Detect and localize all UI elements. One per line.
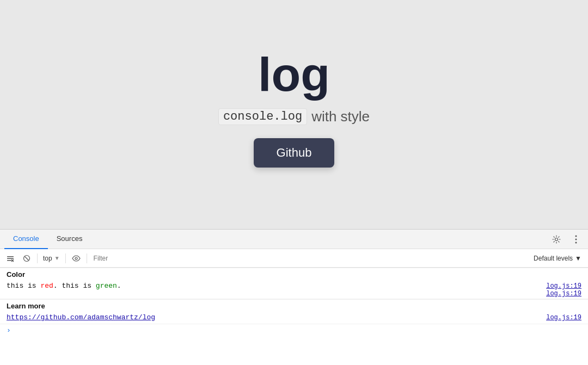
console-toolbar: top ▼ Default levels ▼ [0, 249, 588, 268]
log-text-2: . this is [53, 282, 96, 290]
clear-icon [7, 255, 14, 262]
subtitle-code: console.log [218, 108, 307, 125]
stop-icon [23, 255, 30, 262]
source-link-3[interactable]: log.js:19 [546, 314, 581, 321]
subtitle: console.log with style [218, 108, 370, 125]
svg-point-10 [75, 257, 77, 259]
eye-button[interactable] [69, 251, 83, 265]
console-sources: log.js:19 log.js:19 [542, 282, 581, 298]
more-options-button[interactable] [568, 232, 584, 247]
console-chevron-icon: › [7, 326, 11, 335]
console-log-text: this is red. this is green. [7, 282, 542, 290]
default-levels-arrow-icon: ▼ [575, 255, 581, 262]
console-link-content: https://github.com/adamschwartz/log [7, 313, 542, 321]
subtitle-text: with style [311, 108, 370, 125]
source-link-2[interactable]: log.js:19 [546, 290, 581, 298]
tab-sources[interactable]: Sources [48, 230, 91, 249]
settings-icon-button[interactable] [549, 232, 564, 247]
devtools-tabs: Console Sources [0, 230, 588, 249]
clear-console-button[interactable] [3, 251, 17, 265]
section-learn-more: Learn more [0, 299, 588, 312]
github-link[interactable]: https://github.com/adamschwartz/log [7, 313, 155, 321]
filter-input[interactable] [90, 253, 528, 263]
default-levels-label: Default levels [534, 255, 573, 262]
github-button[interactable]: Github [254, 138, 335, 168]
context-selector[interactable]: top ▼ [41, 253, 62, 263]
console-output: Color this is red. this is green. log.js… [0, 268, 588, 365]
eye-icon [72, 255, 81, 262]
context-arrow-icon: ▼ [54, 255, 60, 261]
source-link-1[interactable]: log.js:19 [546, 282, 581, 290]
svg-rect-3 [7, 256, 14, 257]
toolbar-divider [37, 253, 38, 263]
default-levels-button[interactable]: Default levels ▼ [530, 253, 585, 263]
table-row: this is red. this is green. log.js:19 lo… [0, 281, 588, 299]
svg-rect-4 [7, 258, 14, 259]
svg-line-9 [25, 256, 29, 260]
log-text-green: green [96, 282, 117, 290]
toolbar-divider-2 [65, 253, 66, 263]
tab-console[interactable]: Console [4, 230, 48, 249]
svg-rect-5 [7, 260, 11, 261]
gear-icon [552, 235, 561, 244]
stop-exceptions-button[interactable] [20, 251, 34, 265]
devtools-panel: Console Sources [0, 229, 588, 365]
devtools-icons-right [549, 232, 584, 247]
console-prompt-row: › [0, 324, 588, 337]
log-text-red: red [40, 282, 53, 290]
context-label: top [43, 255, 52, 262]
log-text-1: this is [7, 282, 40, 290]
log-text-3: . [117, 282, 121, 290]
page-title: log [258, 51, 330, 98]
more-options-icon [575, 235, 577, 244]
toolbar-divider-3 [87, 253, 87, 263]
table-row: https://github.com/adamschwartz/log log.… [0, 312, 588, 324]
section-color: Color [0, 268, 588, 281]
svg-point-0 [575, 235, 577, 237]
svg-point-1 [575, 238, 577, 240]
svg-point-2 [575, 242, 577, 243]
main-content: log console.log with style Github [0, 0, 588, 229]
